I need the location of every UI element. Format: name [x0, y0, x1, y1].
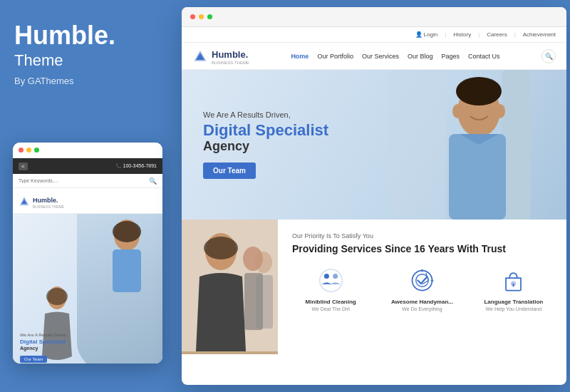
svg-point-7 [46, 288, 68, 305]
large-logo-text: Humble. [212, 49, 248, 60]
svg-point-17 [495, 104, 505, 118]
divider-1: | [445, 31, 446, 38]
small-hero-agency: Agency [20, 346, 68, 351]
theme-subtitle: Theme [14, 51, 160, 70]
top-nav-history[interactable]: History [453, 31, 471, 38]
small-hero-digital: Digital Specialist [20, 339, 68, 346]
service-miniblind: Miniblind Cleaning We Deal The Dirt [292, 266, 369, 311]
large-mockup: 👤 Login | History | Careers | Achievemen… [182, 7, 566, 385]
large-dot-red [190, 14, 195, 19]
search-button[interactable]: 🔍 [542, 49, 556, 63]
service-handyman: Awesome Handyman... We Do Everything [383, 266, 460, 311]
small-logo-subtext: BUSINESS THEME [33, 205, 64, 209]
small-search-input[interactable] [19, 178, 149, 183]
svg-rect-18 [388, 70, 445, 220]
large-logo-icon [192, 48, 208, 64]
small-search-icon: 🔍 [149, 177, 157, 185]
service2-name: Awesome Handyman... [383, 299, 460, 305]
svg-point-29 [412, 270, 432, 290]
dot-red [19, 148, 24, 153]
large-nav-links: Home Our Portfolio Our Services Our Blog… [291, 53, 499, 60]
top-nav-careers[interactable]: Careers [487, 31, 507, 38]
svg-point-26 [319, 269, 342, 292]
large-top-nav: 👤 Login | History | Careers | Achievemen… [182, 27, 566, 43]
svg-rect-12 [449, 134, 506, 220]
nav-services[interactable]: Our Services [362, 53, 399, 60]
svg-rect-5 [113, 249, 141, 292]
small-hero-btn[interactable]: Our Team [20, 356, 47, 363]
phone-number: 📞 100-3456-7891 [115, 163, 157, 169]
small-titlebar [13, 143, 162, 158]
service1-tagline: We Deal The Dirt [292, 306, 369, 311]
large-dot-green [207, 14, 212, 19]
top-nav-login[interactable]: 👤 Login [415, 31, 438, 38]
services-section: Our Priority Is To Satisfy You Providing… [182, 220, 566, 354]
svg-point-15 [456, 77, 502, 105]
small-top-bar: < 📞 100-3456-7891 [13, 158, 162, 174]
small-logo-bar: Humble. BUSINESS THEME [13, 188, 162, 214]
large-titlebar [182, 7, 566, 27]
service3-tagline: We Help You Understand [475, 306, 552, 311]
handyman-icon [408, 266, 436, 294]
login-label: Login [424, 31, 438, 38]
translation-icon [499, 266, 528, 294]
svg-point-16 [452, 104, 462, 118]
nav-blog[interactable]: Our Blog [408, 53, 433, 60]
small-hero-results: We Are A Results Driven, [20, 333, 68, 337]
nav-contact[interactable]: Contact Us [468, 53, 500, 60]
login-icon: 👤 [415, 31, 423, 38]
small-hero: We Are A Results Driven, Digital Special… [13, 214, 162, 363]
careers-label: Careers [487, 31, 507, 38]
small-logo: Humble. BUSINESS THEME [19, 192, 157, 209]
dot-yellow [26, 148, 31, 153]
history-label: History [453, 31, 471, 38]
services-woman-area [182, 220, 278, 354]
svg-rect-11 [502, 70, 531, 220]
achievement-label: Achievement [523, 31, 556, 38]
nav-portfolio[interactable]: Our Portfolio [317, 53, 353, 60]
service1-name: Miniblind Cleaning [292, 299, 369, 305]
nav-home[interactable]: Home [291, 53, 309, 60]
svg-point-28 [333, 274, 338, 279]
small-search-bar: 🔍 [13, 174, 162, 188]
svg-point-27 [324, 274, 329, 279]
small-mockup: < 📞 100-3456-7891 🔍 Humble. BUSINESS THE… [13, 143, 162, 363]
theme-name: Humble. [14, 21, 115, 50]
service-translation: Language Translation We Help You Underst… [475, 266, 552, 311]
svg-point-21 [204, 237, 238, 259]
hero-digital-text: Digital Specialist [203, 122, 328, 139]
theme-title: Humble. [14, 21, 160, 50]
service2-tagline: We Do Everything [383, 306, 460, 311]
large-hero: We Are A Results Driven, Digital Special… [182, 70, 566, 220]
svg-rect-25 [256, 275, 273, 329]
hero-agency-text: Agency [203, 139, 328, 154]
svg-point-4 [113, 221, 141, 242]
service3-name: Language Translation [475, 299, 552, 305]
theme-author: By GAThemes [14, 76, 160, 86]
large-dot-yellow [199, 14, 204, 19]
miniblind-icon [316, 266, 345, 294]
services-content: Our Priority Is To Satisfy You Providing… [278, 220, 566, 354]
hero-person [388, 70, 552, 220]
large-logo: Humble. BUSINESS THEME [192, 48, 249, 65]
share-icon: < [19, 163, 28, 170]
large-hero-content: We Are A Results Driven, Digital Special… [203, 110, 328, 179]
divider-2: | [478, 31, 480, 38]
hero-results-text: We Are A Results Driven, [203, 110, 328, 119]
dot-green [34, 148, 39, 153]
hero-our-team-btn[interactable]: Our Team [203, 163, 256, 179]
top-nav-achievement[interactable]: Achievement [523, 31, 556, 38]
services-priority: Our Priority Is To Satisfy You [292, 232, 552, 239]
large-logo-sub: BUSINESS THEME [212, 61, 249, 65]
services-grid: Miniblind Cleaning We Deal The Dirt [292, 266, 552, 311]
svg-point-24 [255, 252, 272, 273]
small-person [105, 217, 148, 274]
small-logo-text: Humble. [33, 197, 58, 204]
divider-3: | [514, 31, 516, 38]
large-main-nav: Humble. BUSINESS THEME Home Our Portfoli… [182, 43, 566, 70]
services-title: Providing Services Since 16 Years With T… [292, 242, 552, 255]
small-logo-icon [19, 195, 30, 207]
left-panel: Humble. Theme By GAThemes < 📞 100-3456-7… [0, 0, 175, 392]
small-hero-content: We Are A Results Driven, Digital Special… [20, 333, 68, 363]
nav-pages[interactable]: Pages [441, 53, 460, 60]
